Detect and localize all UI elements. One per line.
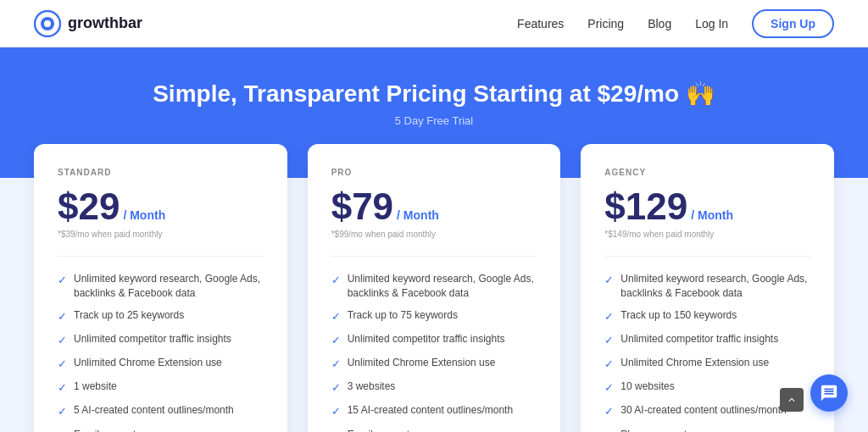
feature-text: Unlimited keyword research, Google Ads, … xyxy=(74,272,264,301)
check-icon: ✓ xyxy=(604,429,614,432)
feature-item: ✓ Email support xyxy=(331,428,537,432)
check-icon: ✓ xyxy=(58,309,67,324)
check-icon: ✓ xyxy=(58,429,67,432)
feature-item: ✓ Unlimited competitor traffic insights xyxy=(58,332,264,348)
card-period: / Month xyxy=(691,208,733,222)
feature-item: ✓ 5 AI-created content outlines/month xyxy=(58,403,264,419)
feature-text: 30 AI-created content outlines/month xyxy=(620,403,786,418)
check-icon: ✓ xyxy=(331,309,341,324)
check-icon: ✓ xyxy=(58,333,67,348)
check-icon: ✓ xyxy=(58,357,67,372)
hero-title: Simple, Transparent Pricing Starting at … xyxy=(34,80,834,108)
feature-item: ✓ Unlimited keyword research, Google Ads… xyxy=(331,272,537,301)
card-features: ✓ Unlimited keyword research, Google Ads… xyxy=(331,272,537,432)
check-icon: ✓ xyxy=(331,404,341,419)
feature-text: 3 websites xyxy=(348,379,396,394)
check-icon: ✓ xyxy=(604,273,614,288)
feature-text: Unlimited keyword research, Google Ads, … xyxy=(620,272,810,301)
card-price: $79 xyxy=(331,186,393,228)
feature-item: ✓ Phone support xyxy=(604,428,810,432)
feature-text: Email support xyxy=(74,428,136,432)
card-price-row: $79 / Month xyxy=(331,186,537,228)
feature-text: 5 AI-created content outlines/month xyxy=(74,403,234,418)
feature-item: ✓ Unlimited Chrome Extension use xyxy=(58,356,264,372)
feature-text: Email support xyxy=(348,428,409,432)
card-price: $129 xyxy=(604,186,687,228)
feature-item: ✓ Unlimited keyword research, Google Ads… xyxy=(58,272,264,301)
check-icon: ✓ xyxy=(331,357,341,372)
feature-item: ✓ Track up to 75 keywords xyxy=(331,308,537,324)
feature-item: ✓ Unlimited competitor traffic insights xyxy=(604,332,810,348)
check-icon: ✓ xyxy=(331,333,341,348)
logo-text: growthbar xyxy=(68,14,142,32)
feature-item: ✓ Unlimited keyword research, Google Ads… xyxy=(604,272,810,301)
card-divider xyxy=(58,256,264,257)
navigation: growthbar Features Pricing Blog Log In S… xyxy=(0,0,868,47)
scroll-to-top[interactable] xyxy=(780,388,804,412)
feature-item: ✓ Track up to 150 keywords xyxy=(604,308,810,324)
pricing-card-pro: PRO $79 / Month *$99/mo when paid monthl… xyxy=(308,144,561,432)
check-icon: ✓ xyxy=(604,357,614,372)
feature-text: 10 websites xyxy=(620,379,674,394)
card-note: *$149/mo when paid monthly xyxy=(604,230,810,239)
feature-text: 15 AI-created content outlines/month xyxy=(348,403,513,418)
hero-subtitle: 5 Day Free Trial xyxy=(34,114,834,127)
card-period: / Month xyxy=(123,208,165,222)
card-note: *$99/mo when paid monthly xyxy=(331,230,537,239)
feature-text: Track up to 75 keywords xyxy=(348,308,458,323)
card-price-row: $29 / Month xyxy=(58,186,264,228)
feature-item: ✓ 15 AI-created content outlines/month xyxy=(331,403,537,419)
feature-text: Unlimited keyword research, Google Ads, … xyxy=(348,272,537,301)
card-tier: AGENCY xyxy=(604,168,810,177)
check-icon: ✓ xyxy=(604,309,614,324)
card-divider xyxy=(331,256,537,257)
feature-item: ✓ Track up to 25 keywords xyxy=(58,308,264,324)
card-divider xyxy=(604,256,810,257)
pricing-section: STANDARD $29 / Month *$39/mo when paid m… xyxy=(0,178,868,432)
feature-text: Track up to 150 keywords xyxy=(620,308,737,323)
signup-button[interactable]: Sign Up xyxy=(752,9,834,38)
feature-text: Unlimited competitor traffic insights xyxy=(348,332,505,346)
feature-text: Unlimited Chrome Extension use xyxy=(348,356,496,370)
check-icon: ✓ xyxy=(58,273,67,288)
check-icon: ✓ xyxy=(331,273,341,288)
check-icon: ✓ xyxy=(604,404,614,419)
check-icon: ✓ xyxy=(331,429,341,432)
check-icon: ✓ xyxy=(331,380,341,396)
check-icon: ✓ xyxy=(58,380,67,396)
feature-text: Unlimited Chrome Extension use xyxy=(620,356,769,370)
pricing-card-standard: STANDARD $29 / Month *$39/mo when paid m… xyxy=(34,144,287,432)
check-icon: ✓ xyxy=(604,333,614,348)
nav-login[interactable]: Log In xyxy=(695,17,728,30)
chat-bubble[interactable] xyxy=(810,374,848,412)
feature-item: ✓ 1 website xyxy=(58,379,264,396)
feature-text: Track up to 25 keywords xyxy=(74,308,184,323)
nav-pricing[interactable]: Pricing xyxy=(587,17,624,30)
card-price-row: $129 / Month xyxy=(604,186,810,228)
check-icon: ✓ xyxy=(604,380,614,396)
feature-item: ✓ Email support xyxy=(58,428,264,432)
pricing-cards: STANDARD $29 / Month *$39/mo when paid m… xyxy=(34,144,834,432)
feature-text: Unlimited Chrome Extension use xyxy=(74,356,222,370)
feature-text: Phone support xyxy=(620,428,687,432)
check-icon: ✓ xyxy=(58,404,67,419)
nav-features[interactable]: Features xyxy=(517,17,564,30)
card-tier: STANDARD xyxy=(58,168,264,177)
card-price: $29 xyxy=(58,186,120,228)
feature-text: Unlimited competitor traffic insights xyxy=(620,332,778,346)
feature-item: ✓ 3 websites xyxy=(331,379,537,396)
feature-item: ✓ Unlimited Chrome Extension use xyxy=(604,356,810,372)
svg-point-2 xyxy=(44,20,51,27)
card-period: / Month xyxy=(397,208,439,222)
feature-text: 1 website xyxy=(74,379,117,394)
logo: growthbar xyxy=(34,10,142,37)
card-note: *$39/mo when paid monthly xyxy=(58,230,264,239)
nav-blog[interactable]: Blog xyxy=(648,17,671,30)
card-tier: PRO xyxy=(331,168,537,177)
card-features: ✓ Unlimited keyword research, Google Ads… xyxy=(58,272,264,432)
feature-item: ✓ Unlimited competitor traffic insights xyxy=(331,332,537,348)
feature-item: ✓ Unlimited Chrome Extension use xyxy=(331,356,537,372)
nav-links: Features Pricing Blog Log In Sign Up xyxy=(517,9,834,38)
feature-text: Unlimited competitor traffic insights xyxy=(74,332,231,346)
